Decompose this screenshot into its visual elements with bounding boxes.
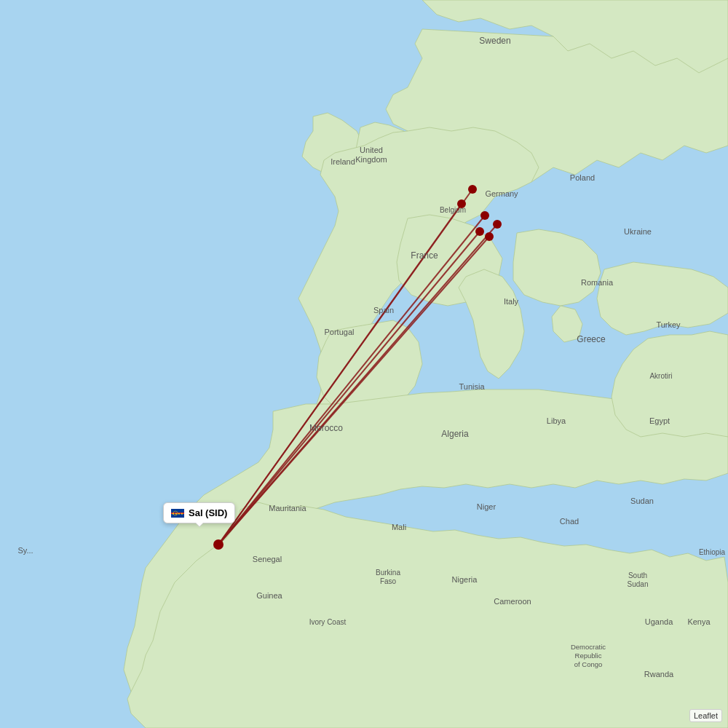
svg-text:France: France — [411, 250, 438, 261]
leaflet-badge[interactable]: Leaflet — [689, 709, 722, 722]
svg-text:Belgium: Belgium — [440, 206, 466, 214]
svg-text:Akrotiri: Akrotiri — [649, 372, 672, 380]
svg-text:Faso: Faso — [380, 577, 397, 585]
svg-text:South: South — [628, 571, 647, 579]
svg-text:Mauritania: Mauritania — [269, 504, 306, 513]
svg-text:Kenya: Kenya — [687, 617, 711, 626]
svg-text:Sudan: Sudan — [630, 496, 654, 505]
svg-text:Morocco: Morocco — [309, 423, 343, 433]
svg-text:Turkey: Turkey — [656, 320, 681, 329]
svg-text:Greece: Greece — [577, 334, 606, 344]
flag-icon: ★★★★★ — [171, 509, 184, 518]
svg-text:Uganda: Uganda — [645, 617, 673, 626]
svg-text:Tunisia: Tunisia — [459, 382, 485, 391]
svg-text:Italy: Italy — [504, 297, 519, 306]
svg-text:Burkina: Burkina — [376, 569, 400, 577]
svg-point-13 — [213, 539, 223, 550]
svg-text:Romania: Romania — [581, 278, 614, 287]
svg-text:Mali: Mali — [392, 523, 406, 531]
leaflet-label: Leaflet — [694, 711, 718, 720]
svg-text:Nigeria: Nigeria — [452, 575, 478, 584]
svg-text:Republic: Republic — [575, 652, 602, 660]
svg-text:Portugal: Portugal — [325, 328, 355, 336]
airport-tooltip: ★★★★★ Sal (SID) — [163, 502, 235, 523]
svg-point-10 — [493, 220, 502, 229]
svg-text:★★★★★: ★★★★★ — [172, 512, 184, 515]
svg-text:Guinea: Guinea — [256, 591, 282, 600]
svg-text:United: United — [360, 146, 383, 154]
svg-text:Sy...: Sy... — [17, 546, 33, 555]
svg-text:Kingdom: Kingdom — [355, 155, 387, 164]
svg-text:Niger: Niger — [477, 502, 496, 511]
svg-text:Sudan: Sudan — [628, 580, 649, 588]
svg-text:Libya: Libya — [547, 416, 566, 425]
svg-text:of Congo: of Congo — [574, 660, 603, 668]
svg-point-12 — [485, 232, 494, 241]
svg-point-9 — [480, 211, 489, 220]
svg-text:Ukraine: Ukraine — [624, 227, 652, 236]
map-svg: Sweden United Kingdom Ireland Belgium Ge… — [0, 0, 728, 728]
map-container: Sweden United Kingdom Ireland Belgium Ge… — [0, 0, 728, 728]
svg-text:Chad: Chad — [560, 517, 579, 526]
svg-text:Germany: Germany — [485, 189, 518, 198]
svg-text:Ireland: Ireland — [331, 157, 355, 166]
svg-text:Egypt: Egypt — [649, 416, 670, 425]
svg-text:Cameroon: Cameroon — [494, 597, 531, 606]
svg-text:Senegal: Senegal — [253, 555, 282, 563]
svg-text:Sweden: Sweden — [479, 36, 510, 46]
svg-text:Ethiopia: Ethiopia — [699, 548, 726, 556]
svg-text:Poland: Poland — [570, 173, 595, 182]
svg-point-7 — [468, 185, 477, 194]
svg-text:Rwanda: Rwanda — [644, 670, 674, 678]
svg-point-11 — [475, 227, 484, 236]
svg-text:Ivory Coast: Ivory Coast — [309, 618, 347, 626]
tooltip-label: Sal (SID) — [189, 507, 227, 518]
svg-text:Algeria: Algeria — [441, 429, 469, 439]
svg-text:Democratic: Democratic — [571, 643, 606, 651]
svg-text:Spain: Spain — [373, 306, 394, 314]
